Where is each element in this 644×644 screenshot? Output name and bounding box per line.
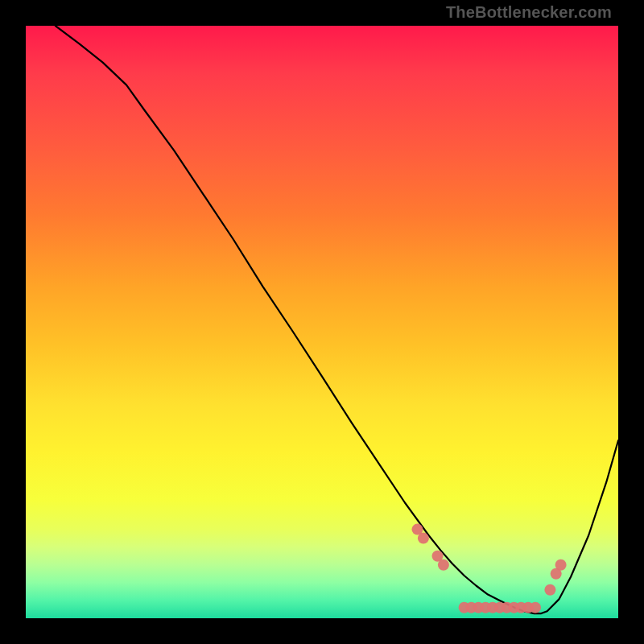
curve-marker	[530, 602, 541, 613]
credit-label: TheBottlenecker.com	[446, 3, 612, 22]
curve-marker	[544, 584, 555, 596]
curve-marker	[418, 533, 429, 544]
curve-marker	[438, 559, 449, 571]
chart-svg	[26, 26, 618, 618]
marker-layer	[412, 524, 567, 613]
curve-layer	[56, 26, 618, 613]
chart-frame: TheBottlenecker.com	[0, 0, 644, 644]
plot-area	[26, 26, 618, 618]
curve-marker	[555, 559, 567, 571]
bottleneck-curve	[56, 26, 618, 613]
